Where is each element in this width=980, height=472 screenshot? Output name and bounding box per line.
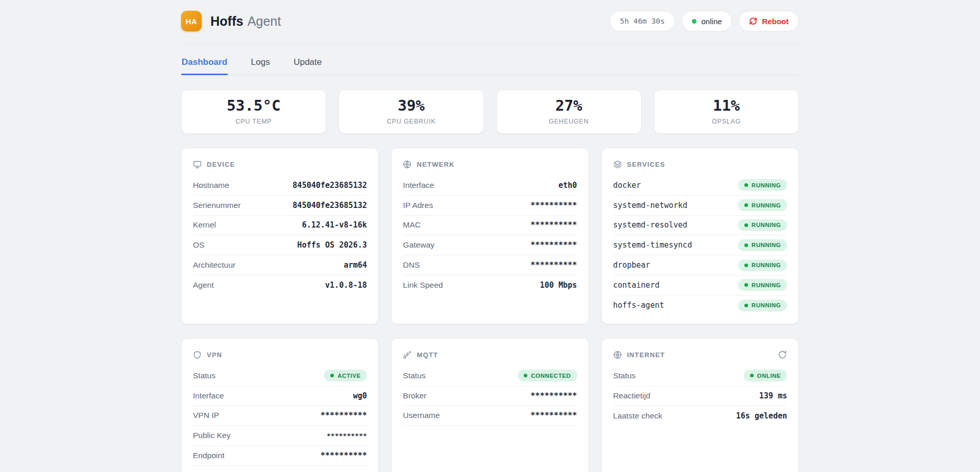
- info-cards-row-2: VPN StatusACTIVE Interfacewg0 VPN IP****…: [181, 338, 799, 472]
- stat-card-memory: 27% GEHEUGEN: [496, 90, 642, 134]
- service-row: hoffs-agentRUNNING: [613, 295, 787, 316]
- stats-row: 53.5°C CPU TEMP 39% CPU GEBRUIK 27% GEHE…: [181, 90, 799, 134]
- app-logo-text: HA: [186, 17, 197, 26]
- status-badge: RUNNING: [738, 239, 787, 251]
- table-row: Architectuurarm64: [193, 255, 367, 275]
- status-badge: RUNNING: [738, 300, 787, 311]
- status-dot-icon: [744, 183, 748, 187]
- reboot-label: Reboot: [762, 17, 789, 26]
- services-rows: dockerRUNNING systemd-networkdRUNNING sy…: [613, 176, 787, 316]
- stat-value: 39%: [398, 98, 424, 113]
- stat-value: 27%: [555, 98, 582, 113]
- globe-icon: [613, 351, 622, 359]
- header: HA Hoffs Agent 5h 46m 30s online: [181, 0, 799, 44]
- status-dot-icon: [744, 304, 748, 307]
- table-row: MAC**********: [403, 216, 577, 236]
- table-row: Agentv1.0.8-18: [193, 275, 367, 295]
- globe-icon: [403, 160, 412, 169]
- table-row: Serienummer845040fe23685132: [193, 196, 367, 216]
- table-row: VPN IP**********: [193, 406, 367, 426]
- vpn-card-header: VPN: [193, 349, 367, 360]
- online-dot-icon: [692, 19, 697, 24]
- status-dot-icon: [330, 374, 334, 377]
- table-row: Interfacewg0: [193, 386, 367, 406]
- refresh-check-button[interactable]: [778, 350, 787, 359]
- status-dot-icon: [744, 223, 748, 227]
- status-dot-icon: [524, 374, 527, 377]
- page-title-secondary: Agent: [247, 15, 281, 28]
- tab-update[interactable]: Update: [293, 57, 323, 75]
- table-row: DNS**********: [403, 255, 577, 275]
- shield-icon: [193, 351, 202, 359]
- network-rows: Interfaceeth0 IP Adres********** MAC****…: [403, 176, 577, 295]
- page-title-primary: Hoffs: [210, 15, 243, 28]
- table-row: Gateway**********: [403, 235, 577, 255]
- device-rows: Hostname845040fe23685132 Serienummer8450…: [193, 176, 367, 295]
- table-row: OSHoffs OS 2026.3: [193, 235, 367, 255]
- status-badge: RUNNING: [738, 279, 787, 291]
- tab-dashboard[interactable]: Dashboard: [181, 57, 228, 75]
- table-row: IP Adres**********: [403, 196, 577, 216]
- service-row: systemd-resolvedRUNNING: [613, 216, 787, 236]
- uptime-value: 5h 46m 30s: [620, 17, 665, 25]
- service-row: dropbearRUNNING: [613, 255, 787, 275]
- table-row: StatusONLINE: [613, 366, 787, 386]
- vpn-rows: StatusACTIVE Interfacewg0 VPN IP********…: [193, 366, 367, 466]
- status-badge: RUNNING: [738, 219, 787, 231]
- table-row: Hostname845040fe23685132: [193, 176, 367, 196]
- card-title: NETWERK: [417, 161, 454, 168]
- table-row: Kernel6.12.41-v8-16k: [193, 216, 367, 236]
- services-card: SERVICES dockerRUNNING systemd-networkdR…: [601, 148, 799, 324]
- card-title: DEVICE: [207, 161, 235, 168]
- monitor-icon: [193, 160, 202, 169]
- card-title: INTERNET: [627, 351, 665, 359]
- stat-label: CPU TEMP: [236, 118, 272, 125]
- page-title: Hoffs Agent: [210, 15, 281, 28]
- reboot-button[interactable]: Reboot: [739, 11, 799, 31]
- status-dot-icon: [744, 203, 748, 207]
- refresh-cw-icon: [749, 17, 757, 25]
- service-row: systemd-timesyncdRUNNING: [613, 235, 787, 255]
- table-row: Username**********: [403, 406, 577, 426]
- status-badge: ACTIVE: [324, 370, 367, 381]
- stat-card-cpu-temp: 53.5°C CPU TEMP: [181, 90, 326, 134]
- stat-label: GEHEUGEN: [549, 118, 589, 125]
- service-row: containerdRUNNING: [613, 275, 787, 295]
- table-row: Public Key**********: [193, 426, 367, 446]
- services-card-header: SERVICES: [613, 159, 787, 170]
- status-badge: RUNNING: [738, 199, 787, 211]
- stat-label: CPU GEBRUIK: [387, 118, 436, 125]
- rotate-cw-icon: [778, 350, 787, 359]
- table-row: StatusCONNECTED: [403, 366, 577, 386]
- brand: HA Hoffs Agent: [181, 11, 281, 31]
- status-dot-icon: [744, 264, 748, 267]
- network-nodes-icon: [403, 351, 412, 359]
- internet-rows: StatusONLINE Reactietijd139 ms Laatste c…: [613, 366, 787, 426]
- status-dot-icon: [744, 283, 748, 287]
- app-logo: HA: [181, 11, 202, 31]
- status-badge: ONLINE: [744, 370, 787, 381]
- device-card: DEVICE Hostname845040fe23685132 Serienum…: [181, 148, 379, 324]
- dashboard-page: HA Hoffs Agent 5h 46m 30s online: [181, 0, 799, 472]
- tab-bar: Dashboard Logs Update: [181, 57, 799, 75]
- mqtt-card: MQTT StatusCONNECTED Broker********** Us…: [391, 338, 589, 472]
- internet-card-header: INTERNET: [613, 349, 787, 360]
- table-row: Laatste check16s geleden: [613, 406, 787, 426]
- internet-card: INTERNET StatusONLINE Reactietijd139 ms …: [601, 338, 799, 472]
- status-badge: CONNECTED: [518, 370, 577, 381]
- uptime-badge: 5h 46m 30s: [610, 11, 675, 31]
- card-title: VPN: [207, 351, 222, 359]
- table-row: Endpoint**********: [193, 446, 367, 466]
- tab-logs[interactable]: Logs: [251, 57, 271, 75]
- device-card-header: DEVICE: [193, 159, 367, 170]
- online-status-badge: online: [682, 11, 732, 31]
- mqtt-rows: StatusCONNECTED Broker********** Usernam…: [403, 366, 577, 426]
- card-title: MQTT: [417, 351, 438, 359]
- online-label: online: [701, 17, 722, 26]
- table-row: Reactietijd139 ms: [613, 386, 787, 406]
- mqtt-card-header: MQTT: [403, 349, 577, 360]
- stat-card-storage: 11% OPSLAG: [654, 90, 799, 134]
- service-row: systemd-networkdRUNNING: [613, 196, 787, 216]
- status-badge: RUNNING: [738, 259, 787, 271]
- stat-label: OPSLAG: [712, 118, 741, 125]
